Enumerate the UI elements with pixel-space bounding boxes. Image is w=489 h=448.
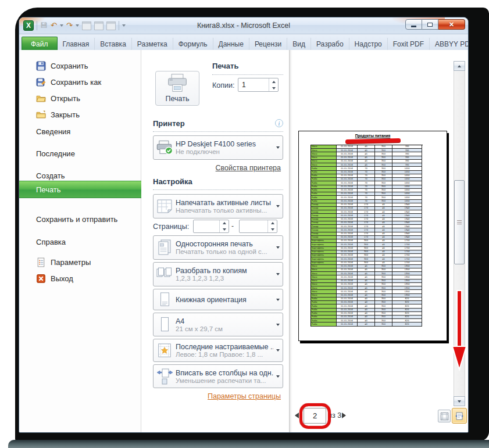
- tab-review[interactable]: Рецензи: [249, 38, 287, 51]
- orientation-dropdown[interactable]: Книжная ориентация: [153, 289, 283, 310]
- undo-icon[interactable]: ↶: [51, 21, 57, 30]
- tab-addins[interactable]: Надстро: [349, 38, 388, 51]
- bottom-band: [8, 440, 489, 448]
- preview-page: Продукты питания Мясо01.01.201645350780М…: [298, 131, 447, 341]
- sidebar-item-print-selected[interactable]: Печать: [19, 181, 141, 198]
- tab-developer[interactable]: Разрабо: [311, 38, 349, 51]
- margins-icon: [154, 342, 176, 359]
- tab-page-layout[interactable]: Разметка: [132, 38, 173, 51]
- maximize-button[interactable]: [422, 19, 438, 30]
- scroll-up-button[interactable]: [454, 61, 465, 71]
- window-controls: ✕: [405, 19, 465, 30]
- divider: [212, 74, 283, 75]
- minimize-button[interactable]: [405, 19, 422, 30]
- tab-file[interactable]: Файл: [22, 37, 58, 51]
- collate-dropdown[interactable]: Разобрать по копиям 1,2,3 1,2,3 1,2,3: [153, 262, 283, 286]
- margins-dropdown[interactable]: Последние настраиваемые ... Левое: 1,8 с…: [153, 339, 283, 362]
- tab-abbyy-pdf[interactable]: ABBYY PD: [430, 38, 468, 51]
- redo-icon[interactable]: ↷: [66, 21, 73, 30]
- sidebar-item-info[interactable]: Сведения: [19, 125, 141, 138]
- dropdown-main-label: Вписать все столбцы на одн...: [176, 369, 273, 377]
- dropdown-sub-label: Уменьшение распечатки та...: [176, 377, 273, 384]
- portrait-page-icon: [154, 292, 176, 308]
- page-from-down-icon[interactable]: [220, 227, 229, 233]
- page-to-up-icon[interactable]: [268, 220, 277, 227]
- dropdown-main-label: Односторонняя печать: [176, 240, 273, 248]
- title-bar: X 💾︎ ↶ ↷ Книга8.xlsx - Microsoft Excel ✕: [19, 17, 468, 34]
- previous-page-icon[interactable]: [295, 413, 299, 418]
- copies-stepper[interactable]: 1: [238, 78, 279, 92]
- dropdown-sub-label: Напечатать только активны...: [176, 207, 273, 214]
- sidebar-item-label: Справка: [36, 238, 66, 246]
- print-button[interactable]: Печать: [155, 71, 199, 106]
- sidebar-item-exit[interactable]: Выход: [19, 272, 141, 285]
- open-folder-icon: [36, 94, 46, 103]
- show-margins-button[interactable]: [438, 410, 451, 422]
- printer-properties-link[interactable]: Свойства принтера: [216, 164, 281, 172]
- sidebar-item-save-as[interactable]: Сохранить как: [19, 76, 141, 88]
- sidebar-item-label: Сохранить и отправить: [36, 215, 117, 224]
- page-setup-link[interactable]: Параметры страницы: [208, 392, 281, 400]
- paper-size-dropdown[interactable]: A4 21 см x 29,7 см: [153, 313, 283, 336]
- page-to-stepper[interactable]: [239, 220, 277, 233]
- one-sided-page-icon: [154, 239, 176, 256]
- chevron-down-icon: [273, 375, 283, 378]
- preview-table: Мясо01.01.201645350780Мясо01.01.20164535…: [310, 145, 423, 327]
- show-margins-icon: [440, 412, 449, 421]
- page-to-down-icon[interactable]: [268, 227, 277, 233]
- sidebar-item-label: Сохранить: [51, 62, 88, 70]
- zoom-to-page-button[interactable]: [452, 408, 467, 424]
- copies-up-icon[interactable]: [269, 78, 278, 85]
- toolbar-grid-icon-2[interactable]: [94, 21, 103, 30]
- scaling-dropdown[interactable]: Вписать все столбцы на одн... Уменьшение…: [153, 364, 283, 388]
- close-button[interactable]: ✕: [438, 19, 465, 30]
- undo-dropdown-icon[interactable]: [60, 24, 63, 27]
- sidebar-item-label: Сведения: [36, 127, 70, 136]
- excel-logo-icon[interactable]: X: [23, 20, 34, 31]
- sidebar-item-open[interactable]: Открыть: [19, 92, 141, 105]
- next-page-icon[interactable]: [342, 413, 346, 418]
- duplex-dropdown[interactable]: Односторонняя печать Печатать только на …: [153, 235, 283, 260]
- sidebar-item-label: Выход: [51, 274, 73, 283]
- print-button-label: Печать: [166, 95, 190, 103]
- tab-formulas[interactable]: Формуль: [173, 38, 213, 51]
- customize-qat-icon[interactable]: [122, 24, 126, 27]
- pages-label: Страницы:: [153, 223, 189, 231]
- print-what-dropdown[interactable]: Напечатать активные листы Напечатать тол…: [153, 194, 283, 218]
- tab-home[interactable]: Главная: [58, 38, 95, 51]
- tab-data[interactable]: Данные: [213, 38, 249, 51]
- sidebar-item-options[interactable]: Параметры: [19, 256, 141, 268]
- separator: [37, 21, 37, 30]
- sidebar-item-recent[interactable]: Последние: [19, 147, 141, 160]
- sidebar-item-new[interactable]: Создать: [19, 169, 141, 182]
- separator: [119, 21, 119, 30]
- quick-access-toolbar: X 💾︎ ↶ ↷: [23, 19, 126, 32]
- redo-dropdown-icon[interactable]: [76, 24, 79, 27]
- page-from-up-icon[interactable]: [220, 220, 229, 227]
- floppy-pencil-icon: [36, 77, 46, 87]
- save-icon[interactable]: 💾︎: [40, 21, 48, 30]
- page-from-stepper[interactable]: [193, 220, 229, 233]
- chevron-down-icon: [273, 324, 283, 326]
- toolbar-grid-icon-3[interactable]: [106, 21, 116, 30]
- dropdown-sub-label: 21 см x 29,7 см: [176, 325, 273, 332]
- chevron-down-icon: [273, 205, 283, 207]
- sidebar-item-help[interactable]: Справка: [19, 235, 141, 248]
- info-icon[interactable]: i: [275, 119, 283, 127]
- tab-view[interactable]: Вид: [287, 38, 311, 51]
- printer-dropdown[interactable]: HP Deskjet F4100 series Не подключен: [153, 135, 283, 160]
- tab-foxit-pdf[interactable]: Foxit PDF: [388, 38, 430, 51]
- sidebar-item-save[interactable]: Сохранить: [19, 59, 141, 72]
- sidebar-item-save-send[interactable]: Сохранить и отправить: [19, 213, 141, 225]
- scroll-down-button[interactable]: [454, 396, 465, 406]
- tab-insert[interactable]: Вставка: [95, 38, 132, 51]
- table-cell: 350: [375, 322, 392, 326]
- zoom-to-page-icon: [455, 411, 464, 421]
- ribbon-tab-row: Файл Главная Вставка Разметка Формуль Да…: [19, 34, 468, 51]
- backstage-view: Сохранить Сохранить как Открыть Закрыть …: [19, 50, 468, 432]
- sidebar-item-close[interactable]: Закрыть: [19, 108, 141, 121]
- scrollbar-thumb[interactable]: [454, 180, 465, 264]
- print-section-header: Печать: [212, 62, 238, 70]
- copies-down-icon[interactable]: [269, 85, 278, 91]
- toolbar-grid-icon-1[interactable]: [82, 21, 91, 30]
